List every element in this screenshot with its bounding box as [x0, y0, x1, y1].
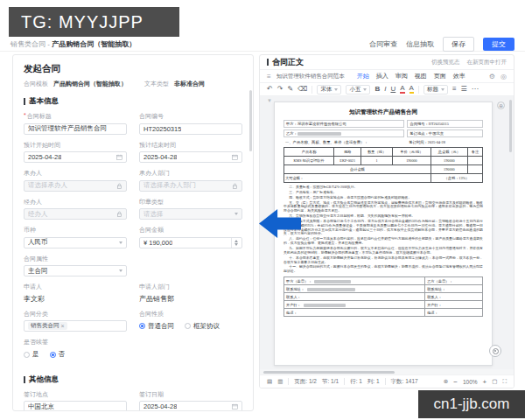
radio-framework-agreement[interactable]: 框架协议	[185, 322, 220, 331]
zoom-in-button[interactable]: +	[483, 378, 487, 386]
seal-type-select: 请选择	[139, 208, 242, 220]
watermark-site-badge: cn1-jjb.com	[418, 390, 525, 418]
radio-icon	[185, 323, 191, 329]
signature-table: 甲方（盖章）：乙方（盖章）： 联系地址：联系地址： 联系人：联系人： 开户行：开…	[284, 276, 483, 317]
align-left-icon[interactable]: ≡	[452, 86, 457, 93]
lock-icon	[116, 211, 122, 217]
table-total-row: 合计金额 190000	[284, 165, 483, 174]
font-color-icon[interactable]: A	[400, 85, 404, 94]
tab-start[interactable]: 开始	[357, 70, 369, 83]
tab-view[interactable]: 视图	[415, 70, 427, 83]
file-menu-icon[interactable]: ≡	[267, 73, 271, 80]
doc-menu-tabs: 开始 插入 审阅 视图 页面 效率	[357, 70, 466, 83]
heading-style-select[interactable]: 标题	[424, 85, 448, 94]
category-input[interactable]: 销售类合同 ×	[24, 320, 127, 332]
web-view-icon[interactable]: ▥	[277, 378, 283, 385]
submit-button[interactable]: 提交	[483, 38, 514, 51]
redo-icon[interactable]: ↷	[277, 86, 284, 93]
doc-horizontal-scrollbar[interactable]	[260, 369, 514, 374]
calendar-icon	[116, 154, 122, 160]
applicant-dept-value: 产品销售部	[139, 294, 242, 304]
radio-normal-contract[interactable]: 普通合同	[139, 322, 174, 331]
undo-icon[interactable]: ↶	[267, 86, 273, 93]
tab-efficiency[interactable]: 效率	[453, 70, 466, 83]
doc-status-bar: ▤ ▥ 页面: 1/2 节: 1/1 行: 1 列: 1 字数: 1417 ⊜ …	[260, 374, 514, 388]
status-section: 节: 1/1	[322, 378, 339, 386]
seal-float-button[interactable]	[489, 345, 501, 357]
end-date-input[interactable]: 2025-04-28	[139, 151, 242, 163]
doc-settings-icon[interactable]: ⊕	[497, 102, 505, 109]
preview-mode-link[interactable]: 切换预览态	[431, 59, 460, 66]
contract-title-input[interactable]: 知识管理软件产品销售合同	[24, 123, 127, 135]
field-handler: 经办人 经办人	[24, 198, 127, 220]
table-words-row: 大写金额： （含税：13%）	[284, 174, 483, 183]
doc-panel-title: 合同正文	[272, 57, 304, 68]
settings-gear-icon[interactable]: ⚙	[489, 73, 495, 80]
document-meta: 甲方：深圳市蓝凌软件股份有限公司 合同编号：HT20250315 乙方： 签订地…	[284, 120, 483, 145]
chevron-down-icon	[334, 88, 338, 91]
chevron-down-icon	[234, 213, 238, 215]
contract-review-link[interactable]: 合同审查	[369, 39, 397, 49]
remove-tag-icon[interactable]: ×	[61, 323, 65, 329]
sign-place-input[interactable]: 中国北京	[24, 401, 127, 411]
product-table: 产品名称 规格 数量（吨） 单价（元/吨） 总金额（元） 备注 KMS 知识管理…	[284, 147, 483, 183]
save-button[interactable]: 保存	[443, 37, 474, 52]
format-painter-icon[interactable]: ✎	[287, 86, 293, 93]
amount-stepper[interactable]	[231, 238, 238, 248]
help-circle-icon[interactable]: ◎	[500, 73, 507, 80]
fullscreen-icon[interactable]: ⛶	[502, 378, 507, 385]
line-spacing-icon[interactable]: ☰	[461, 86, 467, 93]
contract-attr-select[interactable]: 主合同	[24, 265, 127, 276]
status-line: 行: 1	[350, 378, 362, 386]
contract-clauses: 二、质量标准：按照国标GB/T470-2008执行。 三、产品包装：原厂标准包装…	[284, 186, 483, 274]
calendar-icon	[232, 154, 238, 160]
form-scrollbar[interactable]	[249, 90, 252, 151]
amount-input[interactable]: ¥ 190,000	[139, 237, 242, 248]
doc-vertical-scrollbar[interactable]	[509, 100, 512, 362]
top-bar: 销售类合同 - 产品购销合同（智能抽取） 合同审查 信息抽取 保存 提交	[0, 37, 525, 52]
field-seal-type: 印章类型 请选择	[139, 198, 242, 220]
clear-format-icon[interactable]: ⌫	[298, 86, 307, 93]
zoom-level[interactable]: 100%	[463, 379, 478, 385]
field-contract-title: *合同标题 知识管理软件产品销售合同	[24, 112, 127, 135]
chevron-down-icon	[441, 88, 444, 91]
category-tag[interactable]: 销售类合同 ×	[28, 322, 67, 330]
field-currency: 币种 人民币	[24, 226, 127, 248]
spellcheck-icon[interactable]: ⊜	[444, 378, 448, 385]
sign-date-input[interactable]: 2025-04-28	[139, 401, 242, 411]
underline-icon[interactable]: U	[390, 86, 396, 93]
font-family-select[interactable]: 宋体	[317, 85, 341, 94]
field-contract-attr: 合同属性 主合同	[24, 255, 127, 277]
table-row: KMS 知识管理软件 EKP-0021 1 190000 190000	[284, 157, 483, 165]
breadcrumb-parent[interactable]: 销售类合同	[10, 40, 46, 48]
form-meta: 合同模板 产品购销合同（智能抽取） 文本类型 非标准合同	[24, 80, 242, 88]
fit-page-icon[interactable]: ▢	[492, 378, 497, 385]
page-view-icon[interactable]: ▤	[267, 378, 272, 385]
bold-icon[interactable]: B	[374, 86, 380, 93]
document-page[interactable]: 知识管理软件产品销售合同 甲方：深圳市蓝凌软件股份有限公司 合同编号：HT202…	[274, 102, 493, 366]
section-basic-info: 基本信息	[24, 96, 242, 107]
italic-icon[interactable]: I	[384, 86, 386, 93]
breadcrumb: 销售类合同 - 产品购销合同（智能抽取）	[10, 39, 136, 49]
radio-yes[interactable]: 是	[24, 350, 39, 359]
undertaker-input: 请选择承办人	[24, 180, 127, 192]
more-tools-icon[interactable]: ⋯	[472, 86, 479, 93]
renew-radio-group: 是 否	[24, 349, 127, 360]
radio-selected-icon	[139, 323, 145, 329]
chevron-down-icon	[363, 88, 367, 91]
info-extract-link[interactable]: 信息抽取	[406, 39, 434, 49]
contract-form-panel: 发起合同 合同模板 产品购销合同（智能抽取） 文本类型 非标准合同 基本信息 *…	[12, 54, 254, 411]
tab-review[interactable]: 审阅	[396, 70, 408, 83]
radio-no[interactable]: 否	[50, 350, 66, 359]
currency-select[interactable]: 人民币	[24, 237, 127, 248]
font-size-select[interactable]: 小五	[346, 85, 370, 94]
field-end-date: 预计结束时间 2025-04-28	[139, 141, 242, 164]
seal-icon	[493, 348, 499, 354]
tab-page[interactable]: 页面	[434, 70, 446, 83]
contract-number-input[interactable]: HT20250315	[139, 123, 242, 135]
start-date-input[interactable]: 2025-04-28	[24, 151, 127, 163]
zoom-out-button[interactable]: −	[453, 378, 458, 386]
open-new-page-link[interactable]: 在新页面中打开	[467, 59, 508, 66]
tab-insert[interactable]: 插入	[376, 70, 388, 83]
highlight-icon[interactable]: A	[410, 85, 414, 94]
